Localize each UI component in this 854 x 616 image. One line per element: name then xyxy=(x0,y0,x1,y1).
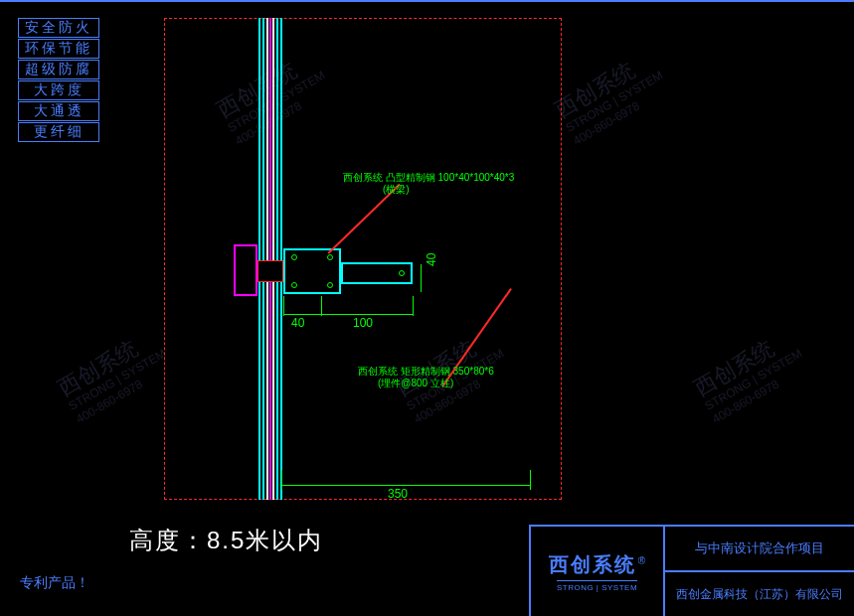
dimension-100: 100 xyxy=(353,316,373,330)
thermal-break xyxy=(257,260,283,282)
badge: 超级防腐 xyxy=(18,60,99,79)
title-block: 西创系统® STRONG | SYSTEM 与中南设计院合作项目 西创金属科技（… xyxy=(529,525,854,616)
height-note: 高度：8.5米以内 xyxy=(129,525,323,556)
badge: 大通透 xyxy=(18,101,99,121)
feature-badges: 安全防火 环保节能 超级防腐 大跨度 大通透 更纤细 xyxy=(18,18,99,142)
dim-extension xyxy=(283,296,284,316)
dimension-40v: 40 xyxy=(425,253,438,266)
badge: 大跨度 xyxy=(18,80,99,100)
annotation-profile-2: 西创系统 矩形精制钢 350*80*6 (埋件@800 立柱) xyxy=(358,366,494,389)
watermark: 西创系统STRONG | SYSTEM400-860-6978 xyxy=(551,46,673,148)
dim-extension xyxy=(283,314,413,315)
pressure-cap xyxy=(234,244,257,296)
dim-extension xyxy=(281,470,282,490)
dimension-350: 350 xyxy=(388,487,408,501)
registered-mark: ® xyxy=(638,555,645,566)
dim-extension xyxy=(281,485,530,486)
project-name: 与中南设计院合作项目 xyxy=(665,527,854,572)
column-outline xyxy=(527,18,531,500)
company-name: 西创金属科技（江苏）有限公司 xyxy=(665,572,854,616)
patent-note: 专利产品！ xyxy=(20,574,89,592)
section-boundary xyxy=(164,18,562,500)
logo-cell: 西创系统® STRONG | SYSTEM xyxy=(531,527,665,616)
watermark: 西创系统STRONG | SYSTEM400-860-6978 xyxy=(54,324,176,426)
badge: 更纤细 xyxy=(18,122,99,142)
dim-extension xyxy=(413,296,414,316)
cad-drawing: 西创系统 凸型精制钢 100*40*100*40*3 (横梁) 西创系统 矩形精… xyxy=(164,18,562,500)
glass-panel-lines xyxy=(258,18,280,500)
annotation-profile-1: 西创系统 凸型精制钢 100*40*100*40*3 (横梁) xyxy=(343,172,514,196)
logo-subtext: STRONG | SYSTEM xyxy=(557,580,637,592)
dim-extension xyxy=(530,470,531,490)
steel-profile-body xyxy=(283,248,341,294)
dim-extension xyxy=(421,264,422,292)
badge: 环保节能 xyxy=(18,39,99,59)
top-border xyxy=(0,0,854,2)
badge: 安全防火 xyxy=(18,18,99,38)
watermark: 西创系统STRONG | SYSTEM400-860-6978 xyxy=(690,324,812,426)
steel-profile-extension xyxy=(341,262,413,284)
dimension-40: 40 xyxy=(291,316,304,330)
logo-text: 西创系统 xyxy=(549,553,636,575)
title-info-column: 与中南设计院合作项目 西创金属科技（江苏）有限公司 xyxy=(665,527,854,616)
dim-extension xyxy=(321,296,322,316)
